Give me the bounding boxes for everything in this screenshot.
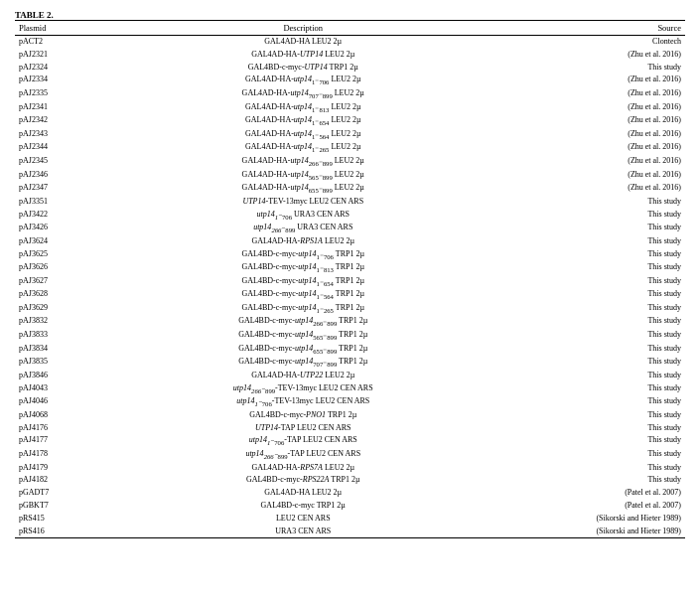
- cell-source: (Zhu et al. 2016): [504, 49, 685, 62]
- cell-source: (Patel et al. 2007): [504, 487, 685, 500]
- table-row: pAJ2344GAL4AD-HA-utp141₋265 LEU2 2µ(Zhu …: [15, 141, 685, 155]
- table-row: pRS415LEU2 CEN ARS(Sikorski and Hieter 1…: [15, 513, 685, 526]
- cell-source: This study: [504, 448, 685, 462]
- cell-source: This study: [504, 474, 685, 487]
- cell-source: (Zhu et al. 2016): [504, 101, 685, 115]
- cell-source: This study: [504, 196, 685, 209]
- cell-plasmid: pAJ4043: [15, 382, 102, 396]
- cell-description: GAL4AD-HA-utp141₋813 LEU2 2µ: [102, 101, 504, 115]
- cell-source: This study: [504, 462, 685, 475]
- cell-plasmid: pAJ3834: [15, 343, 102, 357]
- cell-plasmid: pAJ2341: [15, 101, 102, 115]
- table-row: pAJ4177utp141₋706-TAP LEU2 CEN ARSThis s…: [15, 434, 685, 448]
- cell-source: (Zhu et al. 2016): [504, 114, 685, 128]
- table-row: pRS416URA3 CEN ARS(Sikorski and Hieter 1…: [15, 526, 685, 538]
- cell-source: (Zhu et al. 2016): [504, 141, 685, 155]
- cell-description: GAL4AD-HA-utp14565₋899 LEU2 2µ: [102, 169, 504, 183]
- cell-plasmid: pAJ3846: [15, 370, 102, 382]
- cell-plasmid: pAJ3624: [15, 235, 102, 248]
- cell-source: This study: [504, 395, 685, 409]
- cell-source: (Sikorski and Hieter 1989): [504, 526, 685, 538]
- cell-source: This study: [504, 329, 685, 343]
- table-row: pAJ3624GAL4AD-HA-RPS1A LEU2 2µThis study: [15, 235, 685, 248]
- cell-description: GAL4AD-HA-utp14266₋899 LEU2 2µ: [102, 155, 504, 169]
- cell-description: GAL4AD-HA LEU2 2µ: [102, 487, 504, 500]
- table-row: pAJ2343GAL4AD-HA-utp141₋564 LEU2 2µ(Zhu …: [15, 128, 685, 142]
- table-row: pAJ4179GAL4AD-HA-RPS7A LEU2 2µThis study: [15, 462, 685, 475]
- cell-source: (Zhu et al. 2016): [504, 87, 685, 101]
- table-row: pAJ3835GAL4BD-c-myc-utp14707₋899 TRP1 2µ…: [15, 356, 685, 370]
- cell-source: (Zhu et al. 2016): [504, 155, 685, 169]
- table-row: pAJ3832GAL4BD-c-myc-utp14266₋899 TRP1 2µ…: [15, 315, 685, 329]
- cell-source: This study: [504, 275, 685, 289]
- cell-plasmid: pAJ3627: [15, 275, 102, 289]
- table-row: pAJ3626GAL4BD-c-myc-utp141₋813 TRP1 2µTh…: [15, 261, 685, 275]
- cell-source: This study: [504, 62, 685, 75]
- table-row: pGBKT7GAL4BD-c-myc TRP1 2µ(Patel et al. …: [15, 500, 685, 513]
- table-row: pAJ2334GAL4AD-HA-utp141₋706 LEU2 2µ(Zhu …: [15, 74, 685, 87]
- cell-description: GAL4AD-HA-utp141₋564 LEU2 2µ: [102, 128, 504, 142]
- cell-source: This study: [504, 248, 685, 262]
- cell-description: GAL4AD-HA-utp14707₋899 LEU2 2µ: [102, 87, 504, 101]
- cell-source: This study: [504, 382, 685, 396]
- cell-description: UTP14-TEV-13myc LEU2 CEN ARS: [102, 196, 504, 209]
- cell-plasmid: pAJ2346: [15, 169, 102, 183]
- cell-description: GAL4AD-HA-utp141₋654 LEU2 2µ: [102, 114, 504, 128]
- cell-source: This study: [504, 356, 685, 370]
- cell-description: URA3 CEN ARS: [102, 526, 504, 538]
- cell-plasmid: pAJ4178: [15, 448, 102, 462]
- cell-description: GAL4BD-c-myc-utp141₋654 TRP1 2µ: [102, 275, 504, 289]
- cell-plasmid: pAJ2335: [15, 87, 102, 101]
- cell-description: utp14266₋899-TAP LEU2 CEN ARS: [102, 448, 504, 462]
- table-row: pAJ3627GAL4BD-c-myc-utp141₋654 TRP1 2µTh…: [15, 275, 685, 289]
- cell-description: GAL4BD-c-myc-utp141₋265 TRP1 2µ: [102, 302, 504, 316]
- cell-source: This study: [504, 370, 685, 382]
- cell-description: GAL4BD-c-myc-utp14266₋899 TRP1 2µ: [102, 315, 504, 329]
- cell-description: utp141₋706 URA3 CEN ARS: [102, 209, 504, 223]
- cell-plasmid: pAJ4068: [15, 409, 102, 422]
- cell-plasmid: pRS415: [15, 513, 102, 526]
- table-row: pAJ2324GAL4BD-c-myc-UTP14 TRP1 2µThis st…: [15, 62, 685, 75]
- cell-description: GAL4BD-c-myc TRP1 2µ: [102, 500, 504, 513]
- cell-description: utp14266₋899-TEV-13myc LEU2 CEN ARS: [102, 382, 504, 396]
- cell-plasmid: pAJ4179: [15, 462, 102, 475]
- table-row: pAJ3426utp14266₋899 URA3 CEN ARSThis stu…: [15, 222, 685, 235]
- cell-plasmid: pAJ3351: [15, 196, 102, 209]
- cell-plasmid: pAJ2324: [15, 62, 102, 75]
- cell-description: GAL4BD-c-myc-utp14707₋899 TRP1 2µ: [102, 356, 504, 370]
- cell-description: GAL4BD-c-myc-utp141₋813 TRP1 2µ: [102, 261, 504, 275]
- cell-description: GAL4BD-c-myc-RPS22A TRP1 2µ: [102, 474, 504, 487]
- cell-plasmid: pGBKT7: [15, 500, 102, 513]
- cell-description: GAL4BD-c-myc-UTP14 TRP1 2µ: [102, 62, 504, 75]
- table-row: pAJ4043utp14266₋899-TEV-13myc LEU2 CEN A…: [15, 382, 685, 396]
- cell-source: This study: [504, 422, 685, 435]
- cell-source: This study: [504, 209, 685, 223]
- table-row: pAJ2345GAL4AD-HA-utp14266₋899 LEU2 2µ(Zh…: [15, 155, 685, 169]
- cell-plasmid: pAJ3422: [15, 209, 102, 223]
- table-row: pAJ2335GAL4AD-HA-utp14707₋899 LEU2 2µ(Zh…: [15, 87, 685, 101]
- cell-plasmid: pAJ3628: [15, 288, 102, 302]
- cell-source: This study: [504, 288, 685, 302]
- table-row: pAJ2347GAL4AD-HA-utp14655₋899 LEU2 2µ(Zh…: [15, 182, 685, 196]
- cell-source: (Zhu et al. 2016): [504, 169, 685, 183]
- cell-plasmid: pAJ3833: [15, 329, 102, 343]
- table-row: pAJ2341GAL4AD-HA-utp141₋813 LEU2 2µ(Zhu …: [15, 101, 685, 115]
- cell-plasmid: pAJ3426: [15, 222, 102, 235]
- cell-source: This study: [504, 409, 685, 422]
- cell-plasmid: pGADT7: [15, 487, 102, 500]
- cell-description: GAL4BD-c-myc-utp14655₋899 TRP1 2µ: [102, 343, 504, 357]
- table-row: pAJ2321GAL4AD-HA-UTP14 LEU2 2µ(Zhu et al…: [15, 49, 685, 62]
- cell-plasmid: pAJ2345: [15, 155, 102, 169]
- cell-plasmid: pAJ3832: [15, 315, 102, 329]
- cell-plasmid: pAJ2334: [15, 74, 102, 87]
- cell-plasmid: pAJ2343: [15, 128, 102, 142]
- cell-plasmid: pAJ4182: [15, 474, 102, 487]
- table-title: TABLE 2.: [15, 10, 685, 20]
- cell-description: GAL4AD-HA-RPS1A LEU2 2µ: [102, 235, 504, 248]
- table-row: pGADT7GAL4AD-HA LEU2 2µ(Patel et al. 200…: [15, 487, 685, 500]
- cell-source: This study: [504, 261, 685, 275]
- cell-description: GAL4AD-HA-utp141₋706 LEU2 2µ: [102, 74, 504, 87]
- cell-description: GAL4BD-c-myc-utp14565₋899 TRP1 2µ: [102, 329, 504, 343]
- cell-plasmid: pRS416: [15, 526, 102, 538]
- cell-plasmid: pAJ2321: [15, 49, 102, 62]
